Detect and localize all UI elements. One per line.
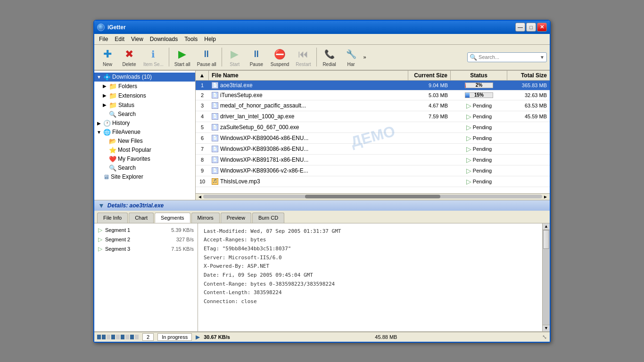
sidebar-item-myfavorites[interactable]: ▶ ❤️ My Favorites bbox=[94, 155, 195, 164]
extensions-icon: 📁 bbox=[109, 92, 117, 99]
pause-button[interactable]: ⏸ Pause bbox=[246, 47, 267, 68]
delete-label: Delete bbox=[123, 62, 136, 67]
maximize-button[interactable]: □ bbox=[526, 23, 536, 32]
menu-downloads[interactable]: Downloads bbox=[147, 35, 181, 43]
menu-edit[interactable]: Edit bbox=[112, 35, 127, 43]
table-row[interactable]: 6 📄WindowsXP-KB890046-x86-ENU... ▷Pendin… bbox=[196, 133, 550, 144]
file-icon-1: 📄 bbox=[212, 82, 218, 89]
sidebar-item-search1[interactable]: ▶ 🔍 Search bbox=[94, 110, 195, 119]
sidebar-status-label: Status bbox=[118, 102, 134, 108]
history-expand-arrow[interactable]: ▶ bbox=[96, 120, 102, 126]
scroll-thumb[interactable] bbox=[305, 195, 441, 198]
sidebar-item-fileavenue[interactable]: ▼ 🌐 FileAvenue bbox=[94, 128, 195, 137]
col-hdr-size[interactable]: Current Size bbox=[408, 71, 451, 80]
downloads-collapse-arrow[interactable]: ▼ bbox=[96, 74, 102, 80]
status-speed: 30.67 KB/s bbox=[204, 334, 230, 340]
delete-icon: ✖ bbox=[123, 48, 136, 61]
col-hdr-num[interactable]: ▲ bbox=[196, 71, 209, 80]
tab-chart[interactable]: Chart bbox=[129, 213, 154, 223]
table-row[interactable]: 2 📄 iTunesSetup.exe 5.03 MB 15% bbox=[196, 90, 550, 100]
toolbar-expand[interactable]: » bbox=[363, 53, 367, 61]
table-row[interactable]: 3 📄 medal_of_honor_pacific_assault... 4.… bbox=[196, 100, 550, 111]
scroll-right-arrow[interactable]: ► bbox=[542, 193, 549, 200]
status-seg-1 bbox=[97, 335, 101, 339]
tab-mirrors[interactable]: Mirrors bbox=[191, 213, 220, 223]
scroll-left-arrow[interactable]: ◄ bbox=[197, 193, 203, 200]
table-row[interactable]: 10 🎵 ThisIsLove.mp3 ▷Pending bbox=[196, 176, 550, 187]
sidebar-item-folders[interactable]: ▶ 📁 Folders bbox=[94, 82, 195, 91]
folders-expand-arrow[interactable]: ▶ bbox=[102, 83, 107, 89]
tab-fileinfo[interactable]: File Info bbox=[97, 213, 128, 223]
tab-burncd[interactable]: Burn CD bbox=[252, 213, 284, 223]
restart-button[interactable]: ⏮ Restart bbox=[293, 47, 314, 68]
minimize-button[interactable]: — bbox=[515, 23, 525, 32]
progress-text-2: 15% bbox=[465, 93, 493, 98]
search-dropdown-arrow[interactable]: ▼ bbox=[540, 55, 545, 60]
sidebar-item-search2[interactable]: ▶ 🔍 Search bbox=[94, 164, 195, 173]
info-line-2: ETag: "59bb84e34bb3c51:8037" bbox=[204, 245, 537, 254]
pause-all-button[interactable]: ⏸ Pause all bbox=[194, 47, 219, 68]
sidebar-item-newfiles[interactable]: ▶ 📂 New Files bbox=[94, 137, 195, 146]
sidebar-item-extensions[interactable]: ▶ 📁 Extensions bbox=[94, 91, 195, 100]
details-collapse-arrow[interactable]: ▼ bbox=[98, 202, 105, 209]
menu-tools[interactable]: Tools bbox=[182, 35, 200, 43]
sidebar-myfavorites-label: My Favorites bbox=[118, 156, 150, 162]
close-button[interactable]: ✕ bbox=[537, 23, 547, 32]
sidebar-item-siteexplorer[interactable]: ▶ 🖥 Site Explorer bbox=[94, 173, 195, 181]
pause-icon: ⏸ bbox=[250, 48, 263, 61]
col-hdr-status[interactable]: Status bbox=[451, 71, 507, 80]
start-all-button[interactable]: ▶ Start all bbox=[172, 47, 193, 68]
sidebar-item-history[interactable]: ▶ 🕐 History bbox=[94, 119, 195, 128]
col-hdr-name[interactable]: File Name bbox=[209, 71, 408, 80]
new-button[interactable]: ✚ New bbox=[97, 47, 118, 68]
segment-item-3[interactable]: ▷ Segment 3 7.15 KB/s bbox=[94, 244, 198, 254]
history-icon: 🕐 bbox=[103, 120, 111, 127]
vscroll-up[interactable]: ▲ bbox=[543, 223, 550, 230]
table-row[interactable]: 1 📄 aoe3trial.exe 9.04 MB 2% 365 bbox=[196, 81, 550, 90]
details-panel: ▼ Details: aoe3trial.exe File Info Chart… bbox=[94, 200, 550, 332]
status-expand-arrow[interactable]: ▶ bbox=[102, 102, 107, 108]
table-row[interactable]: 7 📄WindowsXP-KB893086-x86-ENU... ▷Pendin… bbox=[196, 144, 550, 155]
window-title: iGetter bbox=[107, 24, 126, 31]
title-buttons: — □ ✕ bbox=[515, 23, 547, 32]
sidebar-item-downloads[interactable]: ▼ 💠 Downloads (10) bbox=[94, 73, 195, 82]
tab-preview[interactable]: Preview bbox=[221, 213, 251, 223]
table-row[interactable]: 8 📄WindowsXP-KB891781-x86-ENU... ▷Pendin… bbox=[196, 155, 550, 165]
vscroll-thumb[interactable] bbox=[543, 230, 549, 249]
horizontal-scrollbar[interactable]: ◄ ► bbox=[196, 193, 550, 200]
suspend-button[interactable]: ⛔ Suspend bbox=[268, 47, 292, 68]
seg3-size: 7.15 KB/s bbox=[171, 246, 194, 252]
har-button[interactable]: 🔧 Har bbox=[341, 47, 362, 68]
toolbar-search-input[interactable] bbox=[479, 54, 540, 60]
info-scrollbar[interactable]: ▲ ▼ bbox=[542, 223, 550, 331]
item-se-button[interactable]: ℹ Item Se... bbox=[140, 47, 166, 68]
sidebar-item-mostpopular[interactable]: ▶ ⭐ Most Popular bbox=[94, 146, 195, 155]
sidebar-item-status[interactable]: ▶ 📁 Status bbox=[94, 100, 195, 110]
table-row[interactable]: 5 📄zaSuiteSetup_60_667_000.exe ▷Pending bbox=[196, 122, 550, 133]
tab-segments[interactable]: Segments bbox=[155, 213, 190, 223]
col-total-label: Total Size bbox=[521, 72, 547, 79]
status-play-button[interactable]: ▶ bbox=[196, 334, 200, 340]
redial-button[interactable]: 📞 Redial bbox=[319, 47, 340, 68]
table-row[interactable]: 4 📄 driver_lan_intel_1000_ap.exe 7.59 MB… bbox=[196, 111, 550, 122]
delete-button[interactable]: ✖ Delete bbox=[119, 47, 140, 68]
cell-status-4: ▷ Pending bbox=[451, 111, 507, 122]
vscroll-track[interactable] bbox=[543, 230, 550, 325]
vscroll-down[interactable]: ▼ bbox=[543, 325, 550, 331]
menu-view[interactable]: View bbox=[128, 35, 146, 43]
menu-file[interactable]: File bbox=[96, 35, 111, 43]
extensions-expand-arrow[interactable]: ▶ bbox=[102, 93, 107, 99]
col-hdr-total[interactable]: Total Size bbox=[507, 71, 550, 80]
status-seg-8 bbox=[130, 335, 134, 339]
fileavenue-expand-arrow[interactable]: ▼ bbox=[96, 129, 102, 135]
segment-item-2[interactable]: ▷ Segment 2 327 B/s bbox=[94, 235, 198, 244]
scroll-track[interactable] bbox=[203, 195, 542, 198]
segment-item-1[interactable]: ▷ Segment 1 5.39 KB/s bbox=[94, 225, 198, 235]
status-icon: 📁 bbox=[109, 101, 117, 109]
table-row[interactable]: 9 📄WindowsXP-KB893066-v2-x86-E... ▷Pendi… bbox=[196, 165, 550, 176]
start-button[interactable]: ▶ Start bbox=[224, 47, 245, 68]
title-bar-left: iGetter bbox=[97, 24, 126, 31]
sidebar-folders-label: Folders bbox=[118, 83, 137, 90]
resize-handle[interactable]: ⤡ bbox=[542, 334, 547, 340]
menu-help[interactable]: Help bbox=[201, 35, 219, 43]
